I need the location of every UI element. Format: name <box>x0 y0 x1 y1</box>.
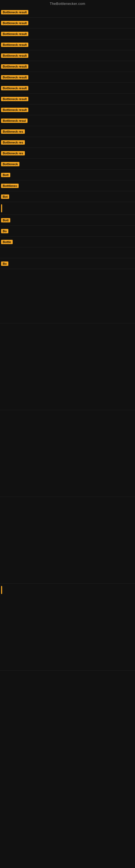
list-item: Bottleneck res <box>0 126 135 137</box>
list-item <box>0 202 135 215</box>
list-item: Bottleneck result <box>0 104 135 115</box>
list-item: Bottleneck result <box>0 94 135 104</box>
spacer-5 <box>0 584 135 671</box>
bottleneck-badge: Bottleneck res <box>1 140 25 145</box>
spacer-3 <box>0 410 135 497</box>
list-item: Bottleneck result <box>0 7 135 18</box>
list-item: Bottleneck result <box>0 50 135 61</box>
bottleneck-badge: Bottleneck result <box>1 108 28 112</box>
list-item: Bot <box>0 191 135 202</box>
list-item: Botttlenec <box>0 180 135 191</box>
bottleneck-badge: Bottleneck result <box>1 32 28 36</box>
spacer-1 <box>0 269 135 323</box>
bottleneck-badge: Bo <box>1 229 8 233</box>
bottleneck-badge: Bo <box>1 261 8 266</box>
spacer-2 <box>0 323 135 410</box>
site-title: TheBottlenecker.com <box>0 0 135 7</box>
bottleneck-badge: Bottleneck res <box>1 151 25 155</box>
list-item: Bottleneck result <box>0 83 135 94</box>
list-item: Bottleneck result <box>0 18 135 29</box>
bottleneck-badge: Bottleneck result <box>1 75 28 80</box>
list-item: Bottleneck res <box>0 148 135 159</box>
bottleneck-badge: Bottleneck result <box>1 54 28 58</box>
bottleneck-badge: Bottleneck result <box>1 97 28 101</box>
list-item: Bottleneck resul <box>0 115 135 126</box>
indicator-bottom <box>1 586 2 594</box>
bottleneck-badge: Bottleneck result <box>1 42 28 47</box>
bottleneck-badge: Bott <box>1 218 10 222</box>
list-item: Bottleneck res <box>0 137 135 148</box>
bottleneck-badge: Bottleneck result <box>1 64 28 69</box>
bottleneck-badge: Bot <box>1 194 9 199</box>
bottleneck-badge: Bottleneck res <box>1 129 25 134</box>
bottleneck-badge: Bottleneck result <box>1 86 28 90</box>
bottleneck-badge: Bottleneck result <box>1 10 28 14</box>
spacer-4 <box>0 497 135 584</box>
list-item: Bottleneck result <box>0 29 135 39</box>
bottleneck-badge: Bottle <box>1 240 13 244</box>
list-item: Bo <box>0 258 135 269</box>
list-item: Bott <box>0 215 135 226</box>
bottleneck-badge: Bottleneck <box>1 162 19 166</box>
bottleneck-badge: Bottleneck resul <box>1 119 28 123</box>
bottleneck-badge: Bottleneck result <box>1 21 28 25</box>
list-item: Bottleneck <box>0 159 135 169</box>
list-item <box>0 247 135 258</box>
list-item: Bottleneck result <box>0 39 135 50</box>
list-item: Bottleneck result <box>0 61 135 72</box>
bottleneck-badge: Bott <box>1 173 10 177</box>
list-item: Bott <box>0 169 135 180</box>
list-item: Bo <box>0 226 135 237</box>
bottleneck-badge: Botttlenec <box>1 184 18 188</box>
list-item: Bottle <box>0 237 135 247</box>
list-item: Bottleneck result <box>0 72 135 83</box>
indicator-icon <box>1 204 2 212</box>
